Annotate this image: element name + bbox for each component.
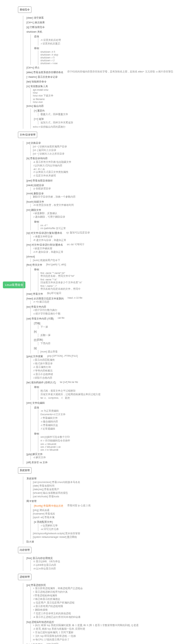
branch-label: 举例 [33, 220, 40, 224]
leaf-node: -r 查看编辑文件 [40, 417, 179, 420]
leaf-node: shutdown -r 2 [40, 59, 179, 62]
leaf-node: [cat /etc/hosts] 查看hosts [33, 495, 179, 498]
leaf-node: echo n 保持输出内容的原换行 [33, 125, 179, 129]
leaf-node: -i 显示内容匹配属性 [33, 358, 179, 362]
leaf-node: -x 整合编辑内容 [40, 420, 179, 424]
branch-label: [q] [33, 346, 38, 350]
leaf-node: > 显示所有进程属性，和表进程用户之进程会 [33, 587, 179, 591]
leaf-node: find / -name "..!" [40, 285, 179, 288]
leaf-node: -h 设置关机后处理 [40, 38, 179, 42]
branch-label: [空格] [33, 321, 42, 325]
leaf-node: 删除非空目录失败，加换一个参数内容 [33, 195, 179, 199]
leaf-node: [system netautomanager restart] 重启网络 [33, 535, 179, 539]
branch-label: [>>] 追加 [33, 117, 45, 121]
leaf-node: rm /path/to/file 仅可正常 [40, 227, 179, 230]
leaf-node: -l 以列表方式列出详细内容 [33, 164, 179, 168]
leaf-node: -i 嵌套文件确实需 [33, 247, 179, 250]
leaf-node: -f 近常规编辑 [40, 427, 179, 431]
leaf-node: [cd -] 返回到上次目录 [33, 148, 179, 152]
command-node: [ls] 查看目录和内容 [25, 156, 49, 160]
leaf-node: -w 回写无作无命 [40, 527, 179, 531]
category-node: 内存管理 [18, 547, 32, 553]
command-node: [~/bashrc] 显示历史命令记录 [25, 75, 59, 79]
command-node: [mv] 对文件/目录进行剪切/重命名 [25, 243, 64, 247]
command-node: [chmod] [25, 255, 36, 259]
command-node: 系统管理 [25, 477, 38, 480]
leaf-node: -d 是否, 就按 top 系统与统服期一指单, 设置时是 [33, 628, 179, 631]
leaf-node: [hostname] 查看域名 [33, 512, 179, 516]
category-node: 系统管理 [18, 467, 32, 474]
command-node: [q] 打断当前指令 [25, 25, 46, 29]
leaf-node: 追加方式，照样文件末尾追加 [40, 121, 179, 124]
leaf-node: lrzsz-xiun [33, 100, 179, 103]
command-node: [touch] 创建文件 [25, 200, 45, 204]
branch-label: 举例 [33, 267, 40, 271]
leaf-node: -R 递文件与目录，和递归正常 [33, 238, 179, 242]
leaf-node: [more] 退出查看 [40, 350, 179, 354]
leaf-node: -f 将已终显示的所属信息 [33, 598, 179, 601]
leaf-node: -d 指定文件夹关键词 [33, 174, 179, 178]
command-node: 防火墙 [25, 540, 35, 544]
branch-label: 举例 [33, 385, 40, 389]
leaf-node: 查找指定名称，查同文件中"txt" [40, 275, 179, 278]
note: head -n 10 file [68, 297, 82, 299]
leaf-node: 格式根：需要文件之平过程标段 [40, 389, 179, 393]
category-node: 文件/目录管理 [18, 132, 37, 138]
branch-label: 举例 [33, 432, 40, 436]
command-node: [clear] 清空屏幕 [25, 16, 45, 20]
leaf-node: apt-install rz/sz [33, 88, 179, 91]
command-node: [gzip] 解压文件 [25, 452, 44, 456]
leaf-node: [cd ~] 切换到上次之所在目录 [33, 152, 179, 156]
leaf-node: -r 位置解析无等 [40, 524, 179, 527]
leaf-node: [whoami] 输出当前数据库的报告 [33, 491, 179, 495]
leaf-node: find -name "*.ts" [40, 278, 179, 281]
leaf-node: -l 统计字符行数为换行 [33, 309, 179, 312]
command-node: [diff] 差异非 vs 文件 [25, 460, 49, 464]
note: tar [cvf] file.tar file [60, 380, 78, 383]
leaf-node: lrzsz [33, 91, 179, 94]
leaf-node: -f 等等内容检索页 [33, 369, 179, 373]
leaf-node: -i 嵌套删除，反复确认 [33, 212, 179, 216]
leaf-node: -h 以KB单位显示内容 [33, 564, 179, 567]
category-node: 进程管理 [18, 574, 32, 580]
mindmap-tree: 基础指令[clear] 清空屏幕[Ctrl+L] 换页效果[q] 打断当前指令s… [18, 4, 179, 644]
leaf-node: -a 显示非正进程已运行所在到本地的ID会基 [33, 616, 179, 619]
command-node: [jobs] 所表进程 [25, 643, 44, 644]
leaf-node: -h 以简要方式显示文件类别属性 [33, 171, 179, 174]
leaf-node: vi -r 自功能编辑指令后操作 [40, 439, 179, 443]
command-node: [mkdir] 创建目录 [25, 183, 45, 187]
leaf-node: -T 指定工作目录何主机的其他进程 [33, 612, 179, 616]
leaf-node: = 删除终描情 [33, 609, 179, 612]
leaf-node: -al / -lh / -la [33, 168, 179, 171]
leaf-node: shutdown -r now [40, 62, 179, 65]
leaf-node: vim -f m Wbuimlit [40, 449, 179, 451]
note: src dst 可等同于 [67, 243, 84, 246]
command-node: [top] 进程实时动态的监控 [25, 620, 55, 624]
leaf-node: -m 改变且仅改变，改变文件修改时间 [33, 204, 179, 207]
leaf-node: -r/-R 递归目录，和递归正常 [33, 250, 179, 254]
command-node: [ps] 查看进程快照 [25, 583, 47, 587]
leaf-node: 找当前文件夹目录多少个文件名类".ts" [40, 281, 179, 285]
branch-label: 选项 [33, 406, 40, 409]
leaf-node: [date] 查看当前时间 [33, 484, 179, 488]
leaf-node: tar -c、compress、-f、更把 [40, 397, 179, 400]
command-node: [rmdir] 删除目录 [25, 191, 45, 195]
leaf-node: > 执行; 检算 top 系统后隔属时更新, 各 1 是重, 终 X (等 1 … [33, 624, 179, 628]
leaf-node: -r 表覆文件即目录 [33, 235, 179, 238]
leaf-node: 下一屏 [40, 325, 179, 329]
leaf-node: -a 显示所有文件列表 包括隐藏文件 [33, 161, 179, 164]
leaf-node: vim -c Wbuimlit [40, 443, 179, 446]
command-node: [Ctrl+L] 换页效果 [25, 20, 46, 24]
leaf-node: = 无R; top 即同显释当利常进程 -一指按 [33, 635, 179, 638]
branch-label: [ifconfig] 查看网卡信息历史 [33, 504, 64, 508]
command-node: [echo] 输出内容 [25, 104, 45, 108]
leaf-node: find -name "*.name*.txt" [40, 272, 179, 275]
leaf-node: 反翻一屏 [40, 333, 179, 337]
leaf-node: [/etc/sysconfig/network-scripts] 置并保存管管 [33, 532, 179, 535]
leaf-node: [cd ~] 切换到当前所属用户目录 [33, 145, 179, 148]
command-node: [head] 从后面显示指定文件更新的 [25, 297, 65, 300]
note: 查看对应 ip 心接上填 [67, 504, 91, 507]
command-node: shutdown 关机 [25, 30, 43, 34]
leaf-node: -b 显示以MB、GB为单位 [33, 560, 179, 564]
leaf-node: [date(me)] 查看当前用户 [33, 488, 179, 491]
